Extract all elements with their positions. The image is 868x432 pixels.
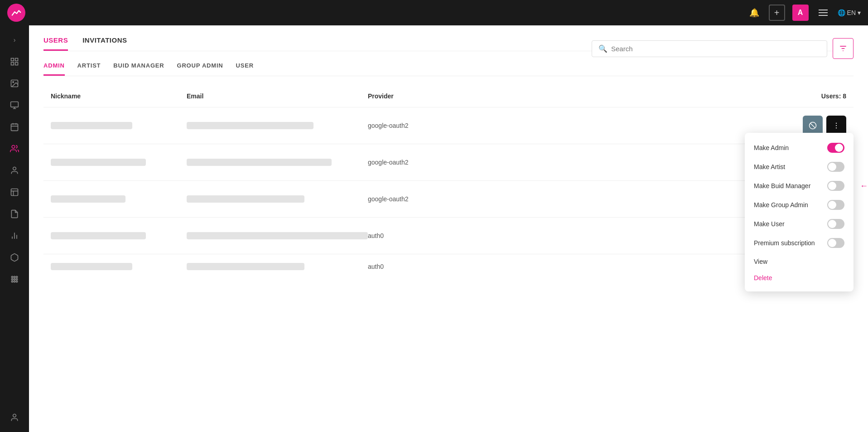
sidebar-item-box[interactable] bbox=[5, 248, 24, 267]
avatar-button[interactable]: A bbox=[792, 5, 809, 21]
svg-point-26 bbox=[16, 278, 17, 280]
svg-rect-6 bbox=[11, 102, 19, 107]
sidebar-item-document[interactable] bbox=[5, 205, 24, 223]
dropdown-label-make-admin: Make Admin bbox=[754, 144, 789, 151]
search-row: 🔍 bbox=[592, 38, 854, 59]
toggle-knob-make-group-admin bbox=[828, 201, 836, 209]
email-cell bbox=[187, 263, 304, 270]
search-icon: 🔍 bbox=[598, 44, 608, 53]
dropdown-label-make-group-admin: Make Group Admin bbox=[754, 201, 808, 209]
provider-cell: auth0 bbox=[368, 232, 756, 239]
dropdown-label-view: View bbox=[754, 258, 767, 265]
svg-point-22 bbox=[14, 276, 15, 277]
main-layout: › bbox=[0, 25, 868, 432]
provider-cell: google-oauth2 bbox=[368, 159, 756, 166]
table-header: Nickname Email Provider Users: 8 bbox=[43, 89, 854, 107]
toggle-knob-make-user bbox=[828, 220, 836, 228]
add-button[interactable]: + bbox=[769, 5, 785, 21]
sidebar-item-user[interactable] bbox=[5, 161, 24, 180]
svg-point-21 bbox=[11, 276, 13, 277]
email-cell bbox=[187, 122, 313, 129]
dropdown-item-view[interactable]: View bbox=[745, 252, 854, 270]
tab-role-buid-manager[interactable]: BUID MANAGER bbox=[113, 62, 164, 76]
table-row: auth0 - bbox=[43, 254, 854, 279]
topnav-left bbox=[7, 4, 25, 22]
language-selector[interactable]: 🌐 EN ▾ bbox=[838, 9, 861, 16]
table-row: google-oauth2 bbox=[43, 180, 854, 217]
toggle-make-user[interactable] bbox=[827, 219, 844, 229]
provider-cell: auth0 bbox=[368, 263, 756, 270]
sidebar-item-monitor[interactable] bbox=[5, 96, 24, 114]
hamburger-menu-button[interactable] bbox=[816, 5, 830, 20]
table-row: google-oauth2 Make Admin bbox=[43, 107, 854, 144]
svg-point-23 bbox=[16, 276, 17, 277]
svg-point-27 bbox=[11, 281, 13, 282]
col-email: Email bbox=[187, 92, 368, 100]
tab-invitations[interactable]: INVITATIONS bbox=[82, 36, 127, 51]
sidebar-item-apps[interactable] bbox=[5, 270, 24, 288]
toggle-make-admin[interactable] bbox=[827, 143, 844, 153]
svg-point-25 bbox=[14, 278, 15, 280]
dropdown-label-delete: Delete bbox=[754, 274, 772, 282]
top-navigation: 🔔 + A 🌐 EN ▾ bbox=[0, 0, 868, 25]
dropdown-item-delete[interactable]: Delete bbox=[745, 270, 854, 286]
sidebar-item-dashboard[interactable] bbox=[5, 53, 24, 71]
svg-rect-2 bbox=[11, 63, 14, 65]
svg-point-13 bbox=[12, 146, 15, 149]
tab-role-group-admin[interactable]: GROUP ADMIN bbox=[177, 62, 223, 76]
tab-role-artist[interactable]: ARTIST bbox=[77, 62, 101, 76]
nickname-cell bbox=[51, 159, 146, 166]
toggle-make-buid-manager[interactable] bbox=[827, 181, 844, 191]
dropdown-item-make-group-admin[interactable]: Make Group Admin bbox=[745, 195, 854, 214]
dropdown-item-premium[interactable]: Premium subscription bbox=[745, 233, 854, 252]
toggle-knob-make-buid-manager bbox=[828, 182, 836, 190]
toggle-knob-make-artist bbox=[828, 163, 836, 171]
tab-users[interactable]: USERS bbox=[43, 36, 68, 51]
sidebar: › bbox=[0, 25, 29, 432]
svg-rect-1 bbox=[15, 58, 18, 61]
svg-point-38 bbox=[836, 127, 837, 128]
sidebar-item-calendar[interactable] bbox=[5, 118, 24, 136]
table-row: google-oauth2 bbox=[43, 144, 854, 180]
search-input[interactable] bbox=[611, 45, 820, 53]
tab-role-admin[interactable]: ADMIN bbox=[43, 62, 65, 76]
dropdown-menu: Make Admin Make Artist Make Buid Manager bbox=[745, 133, 854, 291]
svg-point-24 bbox=[11, 278, 13, 280]
tab-role-user[interactable]: USER bbox=[236, 62, 254, 76]
nickname-cell bbox=[51, 232, 146, 239]
toggle-premium[interactable] bbox=[827, 238, 844, 248]
sidebar-item-bar-chart[interactable] bbox=[5, 227, 24, 245]
dropdown-item-make-admin[interactable]: Make Admin bbox=[745, 138, 854, 157]
dropdown-label-make-artist: Make Artist bbox=[754, 163, 785, 170]
dropdown-item-make-user[interactable]: Make User bbox=[745, 214, 854, 233]
svg-rect-9 bbox=[11, 124, 18, 131]
provider-cell: google-oauth2 bbox=[368, 195, 756, 203]
arrow-indicator-icon: ← bbox=[860, 181, 868, 191]
dropdown-label-make-buid-manager: Make Buid Manager bbox=[754, 182, 810, 189]
svg-rect-3 bbox=[15, 63, 18, 65]
svg-point-5 bbox=[13, 82, 14, 83]
filter-button[interactable] bbox=[833, 38, 854, 59]
table-row: auth0 bbox=[43, 217, 854, 254]
logo[interactable] bbox=[7, 4, 25, 22]
sidebar-toggle-button[interactable]: › bbox=[5, 31, 24, 49]
nickname-cell bbox=[51, 122, 132, 129]
svg-point-14 bbox=[13, 167, 16, 170]
email-cell bbox=[187, 159, 332, 166]
col-nickname: Nickname bbox=[51, 92, 187, 100]
toggle-make-group-admin[interactable] bbox=[827, 200, 844, 210]
toggle-make-artist[interactable] bbox=[827, 162, 844, 172]
sidebar-item-users[interactable] bbox=[5, 140, 24, 158]
svg-point-28 bbox=[14, 281, 15, 282]
dropdown-label-make-user: Make User bbox=[754, 220, 785, 228]
sidebar-item-gallery[interactable] bbox=[5, 74, 24, 92]
email-cell bbox=[187, 195, 304, 203]
svg-point-30 bbox=[13, 414, 16, 417]
toggle-knob-premium bbox=[828, 239, 836, 247]
sidebar-item-chart[interactable] bbox=[5, 183, 24, 201]
dropdown-item-make-buid-manager[interactable]: Make Buid Manager ← bbox=[745, 176, 854, 195]
sidebar-item-account[interactable] bbox=[5, 408, 24, 427]
dropdown-item-make-artist[interactable]: Make Artist bbox=[745, 157, 854, 176]
toggle-knob-make-admin bbox=[835, 144, 843, 152]
notification-bell-button[interactable]: 🔔 bbox=[747, 5, 762, 20]
